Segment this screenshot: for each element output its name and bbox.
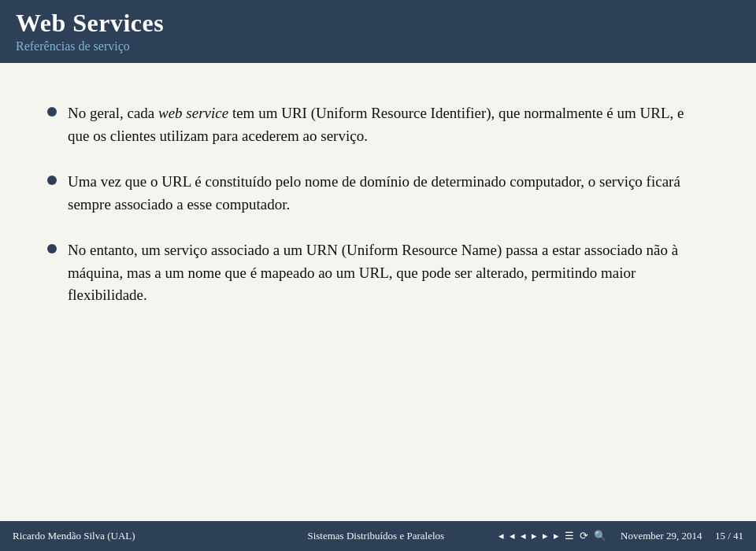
nav-section-prev-icon[interactable]: ◂ [519, 530, 528, 542]
bullet-dot-2 [47, 176, 57, 185]
slide-title: Web Services [16, 8, 740, 38]
nav-last-icon[interactable]: ▸ [552, 530, 561, 542]
slide-footer: Ricardo Mendão Silva (UAL) Sistemas Dist… [0, 521, 756, 551]
footer-author: Ricardo Mendão Silva (UAL) [13, 530, 255, 542]
nav-next-icon[interactable]: ▸ [541, 530, 550, 542]
slide-subtitle: Referências de serviço [16, 39, 740, 54]
bullet-dot-3 [47, 244, 57, 253]
footer-date: November 29, 2014 15 / 41 [621, 530, 743, 542]
bullet-list: No geral, cada web service tem um URI (U… [47, 102, 709, 307]
nav-menu-icon[interactable]: ☰ [563, 530, 576, 542]
bullet-dot-1 [47, 107, 57, 116]
slide-header: Web Services Referências de serviço [0, 0, 756, 63]
footer-right: ◂ ◂ ◂ ▸ ▸ ▸ ☰ ⟳ 🔍 November 29, 2014 15 /… [497, 530, 743, 542]
nav-section-next-icon[interactable]: ▸ [530, 530, 539, 542]
nav-zoom-icon[interactable]: ⟳ [578, 530, 590, 542]
bullet-text-2: Uma vez que o URL é constituído pelo nom… [68, 171, 709, 216]
bullet-text-1: No geral, cada web service tem um URI (U… [68, 102, 709, 147]
bullet-text-3: No entanto, um serviço associado a um UR… [68, 239, 709, 307]
footer-course: Sistemas Distribuídos e Paralelos [255, 530, 498, 542]
bullet-item-3: No entanto, um serviço associado a um UR… [47, 239, 709, 307]
nav-prev-icon[interactable]: ◂ [508, 530, 517, 542]
nav-first-icon[interactable]: ◂ [497, 530, 506, 542]
bullet-item-1: No geral, cada web service tem um URI (U… [47, 102, 709, 147]
bullet-item-2: Uma vez que o URL é constituído pelo nom… [47, 171, 709, 216]
footer-nav[interactable]: ◂ ◂ ◂ ▸ ▸ ▸ ☰ ⟳ 🔍 [497, 530, 608, 542]
slide-content: No geral, cada web service tem um URI (U… [0, 63, 756, 521]
nav-search-icon[interactable]: 🔍 [592, 530, 608, 542]
